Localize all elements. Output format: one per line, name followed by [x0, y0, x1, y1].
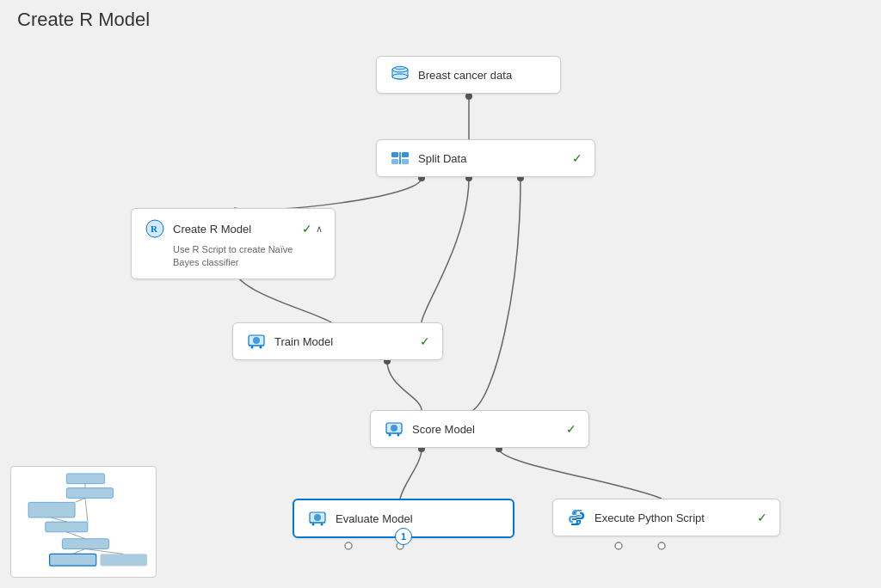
svg-line-59 — [75, 498, 85, 502]
score-model-icon — [383, 418, 405, 440]
svg-point-25 — [392, 74, 408, 79]
expand-icon[interactable]: ∧ — [316, 224, 323, 235]
svg-rect-55 — [62, 539, 108, 549]
database-icon — [389, 64, 411, 86]
svg-point-0 — [465, 93, 472, 100]
score-model-check: ✓ — [566, 422, 576, 436]
train-model-label: Train Model — [274, 335, 413, 348]
page-title: Create R Model — [17, 9, 150, 31]
node-evaluate-model[interactable]: Evaluate Model 1 — [293, 499, 514, 538]
split-data-check: ✓ — [572, 151, 582, 165]
python-icon — [565, 506, 588, 529]
svg-line-64 — [85, 549, 123, 554]
split-data-icon — [389, 147, 411, 169]
svg-point-49 — [574, 512, 576, 514]
svg-point-10 — [615, 542, 622, 549]
svg-point-45 — [314, 514, 321, 521]
breast-cancer-label: Breast cancer data — [418, 69, 548, 82]
create-r-model-subtitle: Use R Script to create NaïveBayes classi… — [173, 243, 293, 270]
svg-line-63 — [72, 549, 85, 554]
svg-point-26 — [395, 66, 405, 70]
svg-point-40 — [391, 425, 397, 432]
execute-python-check: ✓ — [757, 511, 767, 524]
node-breast-cancer[interactable]: Breast cancer data — [376, 56, 561, 94]
svg-point-37 — [251, 346, 254, 349]
node-train-model[interactable]: Train Model ✓ — [232, 322, 443, 360]
svg-rect-51 — [66, 474, 104, 484]
svg-rect-29 — [402, 152, 409, 157]
svg-rect-56 — [50, 554, 96, 566]
svg-point-38 — [260, 346, 262, 349]
canvas: Create R Model — [0, 0, 881, 588]
minimap — [10, 466, 157, 578]
svg-point-47 — [312, 524, 315, 526]
svg-rect-30 — [402, 159, 409, 164]
minimap-svg — [11, 467, 156, 577]
create-r-model-header: R Create R Model ✓ ∧ — [144, 217, 323, 240]
train-model-icon — [245, 330, 268, 352]
svg-rect-54 — [46, 522, 88, 532]
create-r-model-label: Create R Model — [173, 223, 295, 236]
score-model-label: Score Model — [412, 423, 559, 436]
svg-point-8 — [345, 542, 352, 549]
svg-line-60 — [85, 498, 88, 522]
svg-rect-27 — [391, 152, 398, 157]
node-execute-python[interactable]: Execute Python Script ✓ — [552, 499, 780, 536]
svg-text:R: R — [151, 224, 158, 234]
svg-line-62 — [66, 532, 85, 539]
create-r-model-check: ✓ — [302, 222, 312, 236]
svg-rect-57 — [101, 554, 147, 566]
split-data-label: Split Data — [418, 152, 565, 165]
svg-point-48 — [321, 524, 323, 526]
evaluate-model-icon — [306, 507, 329, 530]
svg-line-61 — [52, 518, 67, 522]
node-score-model[interactable]: Score Model ✓ — [370, 410, 589, 448]
svg-point-43 — [397, 434, 400, 437]
node-create-r-model[interactable]: R Create R Model ✓ ∧ Use R Script to cre… — [131, 208, 336, 279]
train-model-check: ✓ — [420, 334, 430, 348]
node-split-data[interactable]: Split Data ✓ — [376, 139, 595, 177]
evaluate-model-label: Evaluate Model — [336, 512, 501, 525]
execute-python-label: Execute Python Script — [595, 511, 750, 524]
evaluate-model-badge: 1 — [395, 528, 412, 545]
r-icon: R — [144, 217, 166, 240]
svg-rect-28 — [391, 159, 398, 164]
svg-point-42 — [389, 434, 391, 437]
svg-point-35 — [253, 337, 260, 344]
svg-rect-52 — [66, 488, 113, 499]
svg-point-50 — [578, 522, 580, 524]
svg-rect-53 — [28, 502, 75, 518]
svg-point-11 — [658, 542, 665, 549]
